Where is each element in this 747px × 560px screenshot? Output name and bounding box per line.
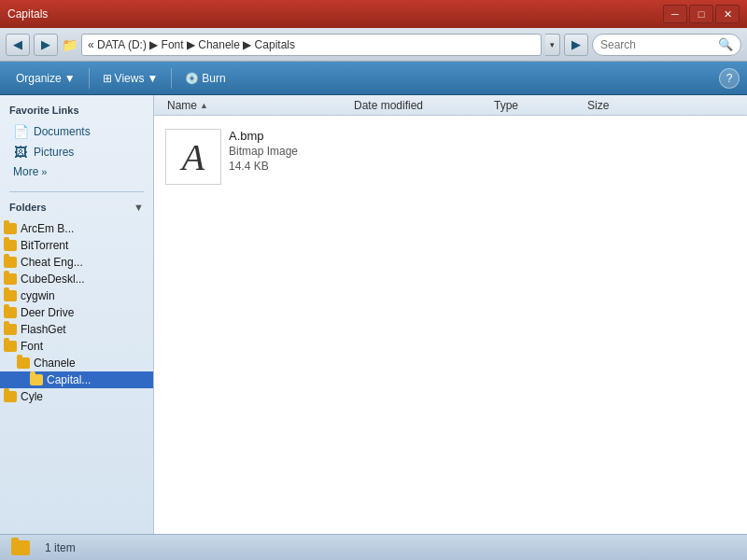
maximize-button[interactable]: □ — [689, 5, 713, 23]
folder-tree[interactable]: ArcEm B...BitTorrentCheat Eng...CubeDesk… — [0, 220, 153, 534]
folder-icon — [30, 374, 43, 385]
documents-label: Documents — [34, 125, 91, 138]
tree-item-label: Chanele — [34, 357, 76, 370]
main-area: Favorite Links 📄 Documents 🖼 Pictures Mo… — [0, 95, 747, 534]
go-button[interactable]: ▶ — [564, 34, 588, 56]
tree-item-label: FlashGet — [21, 323, 66, 336]
file-size: 14.4 KB — [229, 160, 298, 173]
title-bar: Capitals ─ □ ✕ — [0, 0, 747, 28]
folder-path-icon: 📁 — [62, 37, 78, 52]
organize-label: Organize — [16, 72, 62, 85]
tree-item-label: CubeDeskl... — [21, 273, 85, 286]
minimize-button[interactable]: ─ — [663, 5, 687, 23]
tree-item-label: BitTorrent — [21, 239, 68, 252]
views-arrow: ▼ — [147, 72, 158, 85]
col-type-label: Type — [494, 99, 518, 112]
burn-button[interactable]: 💿 Burn — [176, 65, 233, 91]
tree-item[interactable]: cygwin — [0, 287, 153, 304]
tree-item-label: cygwin — [21, 289, 55, 302]
window-title: Capitals — [7, 7, 48, 21]
column-headers: Name ▲ Date modified Type Size — [154, 95, 747, 116]
search-icon[interactable]: 🔍 — [718, 37, 733, 51]
folders-section: Folders ▼ — [0, 198, 153, 217]
col-header-name[interactable]: Name ▲ — [162, 95, 348, 115]
tree-item-label: Font — [21, 340, 43, 353]
status-folder-icon — [11, 540, 30, 555]
tree-item[interactable]: Font — [0, 338, 153, 355]
folder-icon — [4, 257, 17, 268]
documents-icon: 📄 — [13, 124, 28, 139]
tree-item[interactable]: Chanele — [0, 355, 153, 371]
tree-item[interactable]: Cyle — [0, 388, 153, 405]
more-link[interactable]: More » — [9, 162, 144, 181]
folder-icon — [4, 290, 17, 301]
more-arrows: » — [41, 166, 47, 177]
pictures-link[interactable]: 🖼 Pictures — [9, 142, 144, 162]
close-button[interactable]: ✕ — [715, 5, 740, 23]
search-box[interactable]: 🔍 — [592, 34, 741, 56]
file-list: AA.bmpBitmap Image14.4 KB — [154, 116, 747, 534]
folder-icon — [4, 391, 17, 402]
col-size-label: Size — [587, 99, 609, 112]
back-button[interactable]: ◀ — [6, 34, 30, 56]
address-path-box[interactable]: « DATA (D:) ▶ Font ▶ Chanele ▶ Capitals — [81, 34, 542, 56]
tree-item-label: Capital... — [47, 373, 91, 386]
folders-title: Folders — [9, 202, 47, 213]
folder-icon — [4, 223, 17, 234]
folder-icon — [4, 324, 17, 335]
pictures-icon: 🖼 — [13, 145, 28, 160]
folder-icon — [4, 307, 17, 318]
status-item-count: 1 item — [45, 541, 76, 554]
toolbar-separator-2 — [171, 68, 172, 89]
favorite-links-title: Favorite Links — [9, 105, 144, 116]
tree-item[interactable]: BitTorrent — [0, 237, 153, 254]
tree-item[interactable]: Cheat Eng... — [0, 254, 153, 271]
status-bar: 1 item — [0, 534, 747, 560]
col-header-date[interactable]: Date modified — [348, 95, 488, 115]
organize-arrow: ▼ — [64, 72, 76, 85]
folder-icon — [17, 357, 30, 369]
tree-item[interactable]: Capital... — [0, 371, 153, 388]
path-text: « DATA (D:) ▶ Font ▶ Chanele ▶ Capitals — [88, 38, 295, 51]
views-button[interactable]: ⊞ Views ▼ — [94, 65, 167, 91]
tree-item-label: Deer Drive — [21, 306, 74, 319]
burn-label: Burn — [202, 72, 225, 85]
tree-item[interactable]: FlashGet — [0, 321, 153, 338]
pictures-label: Pictures — [34, 146, 74, 159]
more-label: More — [13, 165, 38, 178]
toolbar-separator-1 — [89, 68, 90, 89]
file-name: A.bmp — [229, 129, 298, 143]
documents-link[interactable]: 📄 Documents — [9, 121, 144, 142]
file-area: Name ▲ Date modified Type Size AA.bmpBit… — [154, 95, 747, 534]
tree-item-label: ArcEm B... — [21, 222, 74, 235]
panel-divider — [9, 191, 144, 192]
tree-item[interactable]: Deer Drive — [0, 304, 153, 321]
col-header-size[interactable]: Size — [582, 95, 656, 115]
col-name-sort: ▲ — [200, 101, 208, 110]
folder-icon — [4, 273, 17, 285]
path-dropdown-button[interactable]: ▾ — [545, 34, 560, 56]
list-item[interactable]: AA.bmpBitmap Image14.4 KB — [162, 123, 740, 190]
tree-item[interactable]: ArcEm B... — [0, 220, 153, 237]
folder-icon — [4, 240, 17, 251]
folder-icon — [4, 341, 17, 352]
forward-button[interactable]: ▶ — [34, 34, 58, 56]
tree-item-label: Cheat Eng... — [21, 256, 83, 269]
burn-icon: 💿 — [185, 72, 199, 85]
help-button[interactable]: ? — [719, 68, 740, 89]
folders-header[interactable]: Folders ▼ — [9, 202, 144, 213]
tree-item[interactable]: CubeDeskl... — [0, 271, 153, 287]
organize-button[interactable]: Organize ▼ — [7, 65, 84, 91]
favorite-links: Favorite Links 📄 Documents 🖼 Pictures Mo… — [0, 95, 153, 186]
folders-chevron-icon: ▼ — [134, 202, 144, 213]
left-panel: Favorite Links 📄 Documents 🖼 Pictures Mo… — [0, 95, 154, 534]
col-name-label: Name — [167, 99, 197, 112]
views-label: Views — [115, 72, 145, 85]
file-thumbnail: A — [165, 129, 221, 185]
tree-item-label: Cyle — [21, 390, 43, 403]
search-input[interactable] — [600, 38, 714, 51]
col-header-type[interactable]: Type — [488, 95, 582, 115]
file-info: A.bmpBitmap Image14.4 KB — [229, 129, 298, 173]
col-date-label: Date modified — [354, 99, 423, 112]
toolbar: Organize ▼ ⊞ Views ▼ 💿 Burn ? — [0, 62, 747, 95]
